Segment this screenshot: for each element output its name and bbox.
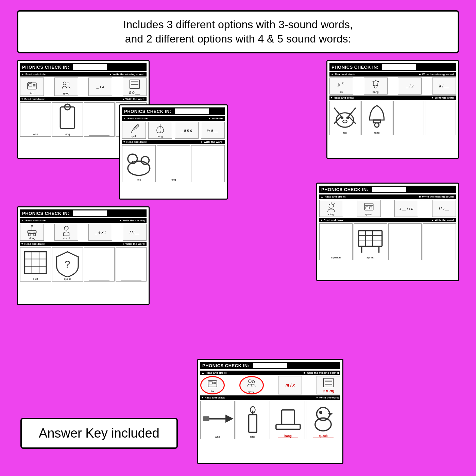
card1-missing2: s o __	[123, 78, 147, 96]
svg-point-61	[252, 381, 254, 383]
card2-triangle-icon: ▲	[331, 73, 334, 76]
card1-write-word: Write the word:	[125, 98, 145, 101]
card1-read-draw: Read and draw:	[24, 98, 45, 101]
card1-missing1: _ i x	[88, 78, 112, 96]
svg-text:♫: ♫	[341, 81, 344, 85]
card6-name-box	[253, 363, 287, 368]
card5-write-blank1	[388, 223, 422, 260]
card6-draw-long: long	[236, 401, 270, 439]
card1-top-section-bar: ▲ Read and circle: ■ Write the missing s…	[20, 72, 147, 76]
svg-rect-62	[324, 378, 334, 387]
card2-bottom-section-bar: ♥ Read and draw: ● Write the word:	[329, 96, 456, 100]
card4-read-circle: Read and circle:	[26, 219, 47, 222]
worksheet-card-6-answer-key: PHONICS CHECK IN: ▲ Read and circle: ■ W…	[197, 359, 343, 464]
card3-name-box	[175, 108, 209, 114]
svg-point-19	[341, 117, 343, 119]
card6-read-circle: Read and circle:	[206, 371, 227, 374]
card4-img-squint: squint	[54, 224, 78, 241]
card6-write-bang: bang	[271, 401, 305, 439]
card3-circle-icon: ●	[201, 140, 202, 143]
card2-name-box	[382, 64, 416, 70]
svg-point-26	[141, 156, 149, 164]
answer-key-label: Answer Key included	[39, 426, 159, 440]
card2-img-bang: bang	[364, 78, 388, 95]
card3-images-row: quill lung _ a n g w a __	[122, 122, 225, 139]
header-text: Includes 3 different options with 3-soun…	[25, 18, 451, 46]
svg-text:?: ?	[65, 258, 70, 270]
card6-missing1: m i x	[278, 376, 302, 394]
card5-cling-label: cling	[328, 213, 334, 216]
quill-icon	[128, 123, 140, 134]
card3-bottom-section-bar: ♥ Read and draw: ● Write the word:	[122, 140, 225, 144]
card2-missing1: _ i z	[398, 78, 422, 95]
header-box: Includes 3 different options with 3-soun…	[17, 10, 459, 53]
card6-top-section-bar: ▲ Read and circle: ■ Write the missing s…	[200, 371, 340, 375]
card5-images-row: cling quest s __ i s h f l u __	[319, 200, 456, 217]
card3-triangle-icon: ▲	[123, 117, 126, 120]
svg-rect-74	[282, 410, 294, 425]
card3-quill-label: quill	[132, 135, 136, 138]
card5-img-cling: cling	[319, 200, 343, 217]
card4-missing2: f l i __	[123, 224, 147, 241]
card5-header: PHONICS CHECK IN:	[319, 186, 456, 193]
card6-title: PHONICS CHECK IN:	[202, 363, 250, 368]
card3-draw-ring: ring	[122, 145, 156, 182]
card5-missing-sound2: f l u __	[439, 207, 449, 210]
svg-rect-58	[214, 382, 216, 383]
card2-images-row: ♪♫ six bang _ i z k i __	[329, 78, 456, 95]
card6-quack-answer: quack	[313, 434, 334, 438]
card2-write-word: Write the word:	[435, 96, 455, 99]
card6-bottom-row: wax long bang quack	[200, 401, 340, 439]
header-line1: Includes 3 different options with 3-soun…	[123, 18, 353, 31]
card4-title: PHONICS CHECK IN:	[22, 211, 69, 216]
svg-rect-70	[249, 415, 257, 432]
card2-read-draw: Read and draw:	[334, 96, 354, 99]
svg-rect-49	[359, 231, 382, 247]
card1-img-fax: fax	[20, 78, 44, 96]
card6-bang-answer: bang	[278, 434, 298, 438]
card6-read-draw: Read and draw:	[205, 396, 225, 399]
card2-write-missing: Write the missing sound:	[422, 73, 455, 76]
card6-bottom-section-bar: ♥ Read and draw: ● Write the word:	[200, 395, 340, 400]
card6-gang-icon	[246, 378, 257, 389]
ring-cow-icon	[123, 146, 155, 178]
card1-img-gang: gang	[54, 78, 78, 96]
card3-lung-label: lung	[158, 135, 163, 138]
card6-img-gang: gang	[239, 376, 264, 394]
card4-missing1: _ e x t	[88, 224, 112, 241]
six-notes-icon: ♪♫	[336, 79, 347, 90]
card6-fax-icon	[207, 378, 218, 389]
card2-heart-icon: ♥	[331, 96, 333, 99]
card5-circle-icon: ●	[432, 219, 434, 222]
squint-icon	[61, 225, 72, 236]
spring-net-icon	[355, 224, 386, 256]
card4-missing-sound1: _ e x t	[95, 230, 105, 234]
card1-title: PHONICS CHECK IN:	[22, 65, 69, 70]
rang-icon	[362, 102, 391, 131]
card3-header: PHONICS CHECK IN:	[122, 107, 225, 115]
long-icon	[53, 103, 82, 132]
card6-img-fax: fax	[200, 376, 225, 394]
card6-write-quack: quack	[306, 401, 340, 439]
card1-read-circle: Read and circle:	[26, 73, 47, 76]
fax-icon	[26, 80, 38, 91]
card1-wax-label: wax	[33, 133, 38, 136]
card5-bottom-section-bar: ♥ Read and draw: ● Write the word:	[319, 218, 456, 222]
card2-missing2: k i __	[432, 78, 456, 95]
worksheet-card-3: PHONICS CHECK IN: ▲ Read and circle: ■ W…	[119, 104, 228, 200]
card6-wax-icon	[201, 403, 234, 435]
quest-icon: ?	[53, 248, 82, 277]
circle-icon: ●	[122, 98, 124, 101]
card2-six-label: six	[340, 90, 343, 94]
svg-point-6	[63, 82, 66, 85]
heart-icon: ♥	[21, 98, 23, 101]
card4-bottom-row: quilt ? quest	[20, 247, 147, 282]
card3-missing2: w a __	[201, 122, 225, 139]
card6-missing-sound2: s o ng	[322, 389, 334, 393]
card6-wax-label: wax	[215, 435, 220, 438]
answer-key-box: Answer Key included	[20, 418, 178, 449]
card5-write-missing: Write the missing sound:	[422, 195, 455, 198]
card5-name-box	[372, 187, 406, 192]
card5-draw-squelch: squelch	[319, 223, 353, 260]
card2-draw-fox: fox	[329, 101, 360, 135]
